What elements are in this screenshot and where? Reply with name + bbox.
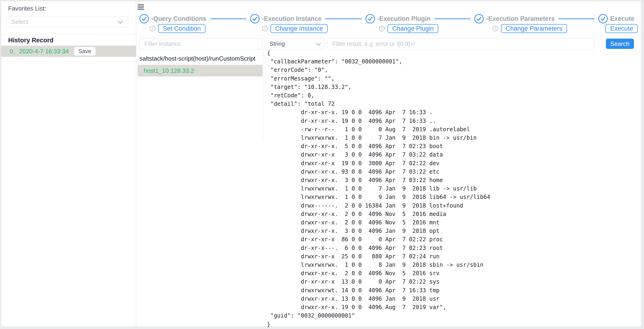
step-execution-parameters: -Execution Parameters: [474, 14, 554, 24]
info-icon[interactable]: i: [262, 26, 268, 31]
tree-group-label[interactable]: saltstack/host-script(host)/runCustomScr…: [140, 55, 256, 62]
steps-section: -Query Conditions -Execution Instance -E…: [136, 1, 641, 36]
set-condition-button[interactable]: Set Condition: [158, 24, 206, 33]
filter-type-select[interactable]: String: [265, 38, 325, 49]
step-label: -Execution Instance: [262, 15, 322, 22]
tree-item-label: host1_10.128.33.2: [144, 67, 194, 74]
chevron-down-icon: [118, 18, 123, 24]
step-label: -Execution Parameters: [486, 15, 554, 22]
info-icon[interactable]: i: [379, 26, 385, 31]
step-execute: Execute: [598, 14, 634, 24]
search-button[interactable]: Search: [606, 38, 634, 49]
tree-result-divider: [264, 49, 264, 140]
history-record-title: History Record: [8, 37, 54, 44]
favorites-select[interactable]: Select: [6, 16, 128, 28]
history-record-label: 0、2020-4-7 16:33:34: [10, 47, 69, 56]
sidebar-divider: [1, 34, 136, 34]
sidebar: Favorites List: Select History Record 0、…: [1, 1, 136, 326]
tree-item-host1[interactable]: host1_10.128.33.2: [138, 65, 262, 76]
action-group-execution-plugin: i Change Plugin: [379, 24, 438, 33]
app-window: Favorites List: Select History Record 0、…: [1, 1, 641, 327]
step-execution-instance: -Execution Instance: [250, 14, 322, 24]
action-group-query-conditions: i Set Condition: [150, 24, 206, 33]
step-finished-check-icon: [250, 14, 260, 24]
step-connector: [558, 18, 595, 19]
filter-instance-input[interactable]: [140, 38, 262, 49]
step-connector: [434, 18, 471, 19]
info-icon[interactable]: i: [150, 26, 156, 31]
change-instance-button[interactable]: Change Instance: [270, 24, 328, 33]
step-label: Execute: [610, 15, 634, 22]
info-icon[interactable]: i: [492, 26, 498, 31]
favorites-select-placeholder: Select: [11, 18, 28, 26]
step-label: -Execution Plugin: [377, 15, 430, 22]
change-parameters-button[interactable]: Change Parameters: [501, 24, 567, 33]
filter-result-input[interactable]: [328, 38, 594, 49]
step-finished-check-icon: [598, 14, 608, 24]
step-finished-check-icon: [474, 14, 484, 24]
step-execution-plugin: -Execution Plugin: [366, 14, 430, 24]
action-group-execute: Execute: [606, 24, 638, 33]
step-finished-check-icon: [366, 14, 375, 24]
action-group-execution-instance: i Change Instance: [262, 24, 328, 33]
step-query-conditions: -Query Conditions: [140, 14, 206, 24]
history-record-item[interactable]: 0、2020-4-7 16:33:34 Save: [1, 46, 136, 57]
execute-button[interactable]: Execute: [606, 24, 638, 33]
execution-result-json: { "callbackParameter": "0032_0000000001"…: [267, 49, 490, 328]
step-label: -Query Conditions: [151, 15, 206, 22]
step-actions-row: i Set Condition i Change Instance i Chan…: [136, 24, 641, 34]
favorites-list-label: Favorites List:: [8, 5, 46, 12]
chevron-down-icon: [316, 41, 321, 46]
step-connector: [210, 18, 247, 19]
menu-icon[interactable]: [138, 4, 144, 6]
main-panel: -Query Conditions -Execution Instance -E…: [136, 1, 641, 326]
step-connector: [325, 18, 362, 19]
change-plugin-button[interactable]: Change Plugin: [388, 24, 438, 33]
filter-type-selected-value: String: [270, 40, 285, 47]
action-group-execution-parameters: i Change Parameters: [492, 24, 567, 33]
save-button[interactable]: Save: [74, 47, 96, 56]
steps-bar: -Query Conditions -Execution Instance -E…: [140, 14, 634, 24]
step-finished-check-icon: [140, 14, 149, 24]
